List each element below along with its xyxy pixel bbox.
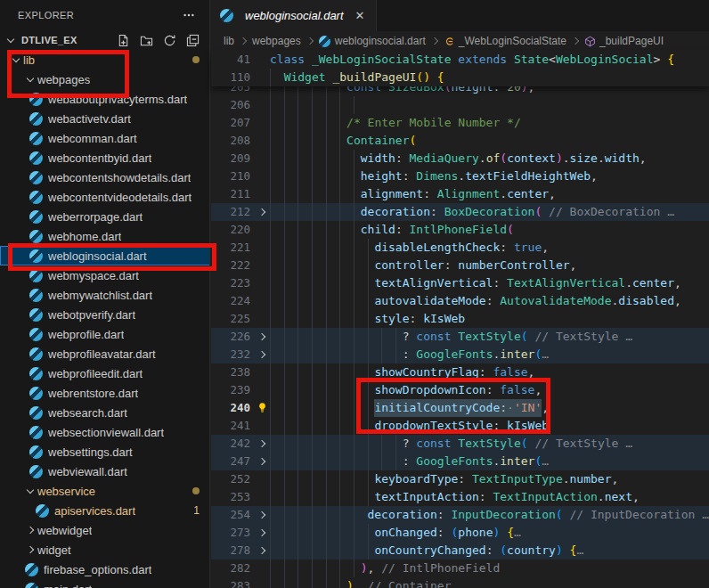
code-line-205[interactable]: 205const SizedBox(height: 20), bbox=[211, 86, 709, 96]
sticky-line-41[interactable]: 41class _WebLoginSocialState extends Sta… bbox=[211, 51, 709, 69]
line-number[interactable]: 239 bbox=[211, 381, 256, 399]
code-line-220[interactable]: 220child: IntlPhoneField( bbox=[211, 221, 709, 239]
explorer-item-webmyspace-dart[interactable]: webmyspace.dart bbox=[0, 265, 210, 285]
code-line-282[interactable]: 282), // IntlPhoneField bbox=[211, 559, 709, 577]
line-number[interactable]: 208 bbox=[211, 132, 256, 150]
fold-chevron-icon[interactable] bbox=[256, 542, 270, 559]
explorer-item-webprofileavatar-dart[interactable]: webprofileavatar.dart bbox=[0, 344, 210, 363]
project-section-header[interactable]: DTLIVE_EX bbox=[0, 30, 209, 50]
line-number[interactable]: 247 bbox=[211, 453, 256, 470]
explorer-item-webcontentshowdetails-dart[interactable]: webcontentshowdetails.dart bbox=[0, 167, 210, 187]
code-line-253[interactable]: 253textInputAction: TextInputAction.next… bbox=[211, 488, 709, 506]
code-line-206[interactable]: 206 bbox=[211, 96, 709, 114]
line-number[interactable]: 273 bbox=[211, 524, 256, 542]
refresh-icon[interactable] bbox=[159, 30, 179, 50]
line-number[interactable]: 209 bbox=[211, 150, 256, 167]
new-folder-icon[interactable] bbox=[136, 30, 156, 50]
explorer-item-webaboutprivacyterms-dart[interactable]: webaboutprivacyterms.dart bbox=[0, 89, 210, 109]
more-actions-icon[interactable] bbox=[179, 5, 199, 25]
line-number[interactable]: 211 bbox=[211, 185, 256, 203]
code-line-212[interactable]: 212decoration: BoxDecoration( // BoxDeco… bbox=[211, 203, 709, 221]
explorer-item-webprofileedit-dart[interactable]: webprofileedit.dart bbox=[0, 363, 210, 383]
line-number[interactable]: 278 bbox=[211, 542, 256, 559]
line-number[interactable]: 210 bbox=[211, 167, 256, 185]
code-line-254[interactable]: 254decoration: InputDecoration( // Input… bbox=[211, 506, 709, 524]
code-line-222[interactable]: 222controller: numberController, bbox=[211, 257, 709, 274]
explorer-item-lib[interactable]: lib bbox=[0, 50, 210, 69]
fold-chevron-icon[interactable] bbox=[256, 328, 270, 346]
breadcrumb-item--WebLoginSocialState[interactable]: _WebLoginSocialState bbox=[444, 35, 566, 47]
code-line-225[interactable]: 225style: kIsWeb bbox=[211, 310, 709, 328]
line-number[interactable]: 223 bbox=[211, 274, 256, 292]
line-number[interactable]: 224 bbox=[211, 292, 256, 310]
code-line-211[interactable]: 211alignment: Alignment.center, bbox=[211, 185, 709, 203]
lightbulb-icon[interactable] bbox=[257, 402, 268, 413]
code-line-241[interactable]: 241dropdownTextStyle: kIsWeb bbox=[211, 417, 709, 435]
breadcrumb-item-lib[interactable]: lib bbox=[224, 35, 234, 47]
line-number[interactable]: 212 bbox=[211, 203, 256, 221]
fold-chevron-icon[interactable] bbox=[256, 346, 270, 363]
chevron-right-icon[interactable] bbox=[23, 543, 37, 557]
code-line-239[interactable]: 239showDropdownIcon: false, bbox=[211, 381, 709, 399]
chevron-right-icon[interactable] bbox=[23, 523, 37, 537]
breadcrumb-item-webloginsocial-dart[interactable]: webloginsocial.dart bbox=[319, 35, 426, 47]
code-line-232[interactable]: 232: GoogleFonts.inter(… bbox=[211, 346, 709, 363]
code-line-242[interactable]: 242? const TextStyle( // TextStyle … bbox=[211, 435, 709, 453]
line-number[interactable]: 110 bbox=[211, 69, 256, 86]
chevron-down-icon[interactable] bbox=[23, 72, 37, 86]
explorer-item-webcomman-dart[interactable]: webcomman.dart bbox=[0, 128, 210, 148]
explorer-item-webloginsocial-dart[interactable]: webloginsocial.dart bbox=[0, 246, 210, 265]
explorer-item-apiservices-dart[interactable]: apiservices.dart1 bbox=[0, 501, 210, 520]
line-number[interactable]: 221 bbox=[211, 239, 256, 257]
code-line-226[interactable]: 226? const TextStyle( // TextStyle … bbox=[211, 328, 709, 346]
line-number[interactable]: 225 bbox=[211, 310, 256, 328]
code-line-207[interactable]: 207/* Enter Mobile Number */ bbox=[211, 114, 709, 132]
fold-chevron-icon[interactable] bbox=[256, 506, 270, 524]
code-line-208[interactable]: 208Container( bbox=[211, 132, 709, 150]
explorer-item-webcontentbyid-dart[interactable]: webcontentbyid.dart bbox=[0, 148, 210, 167]
code-line-238[interactable]: 238showCountryFlag: false, bbox=[211, 363, 709, 381]
new-file-icon[interactable] bbox=[113, 30, 133, 50]
explorer-item-websettings-dart[interactable]: websettings.dart bbox=[0, 442, 210, 461]
line-number[interactable]: 205 bbox=[211, 86, 256, 96]
fold-chevron-icon[interactable] bbox=[256, 203, 270, 221]
code-area[interactable]: 205const SizedBox(height: 20),206207/* E… bbox=[211, 86, 709, 588]
line-number[interactable]: 242 bbox=[211, 435, 256, 453]
code-line-278[interactable]: 278onCountryChanged: (country) {… bbox=[211, 542, 709, 559]
code-line-209[interactable]: 209width: MediaQuery.of(context).size.wi… bbox=[211, 150, 709, 167]
explorer-item-weberrorpage-dart[interactable]: weberrorpage.dart bbox=[0, 207, 210, 226]
line-number[interactable]: 254 bbox=[211, 506, 256, 524]
fold-chevron-icon[interactable] bbox=[256, 453, 270, 470]
explorer-item-widget[interactable]: widget bbox=[0, 540, 210, 559]
line-number[interactable]: 206 bbox=[211, 96, 256, 114]
explorer-item-main-dart[interactable]: main.dart bbox=[0, 579, 210, 588]
explorer-item-webmywatchlist-dart[interactable]: webmywatchlist.dart bbox=[0, 285, 210, 305]
line-number[interactable]: 41 bbox=[211, 51, 256, 69]
code-line-240[interactable]: 240initialCountryCode:·'IN', bbox=[211, 399, 709, 417]
line-number[interactable]: 252 bbox=[211, 470, 256, 488]
line-number[interactable]: 240 bbox=[211, 399, 256, 417]
code-line-224[interactable]: 224autovalidateMode: AutovalidateMode.di… bbox=[211, 292, 709, 310]
explorer-item-webviewall-dart[interactable]: webviewall.dart bbox=[0, 461, 210, 481]
collapse-all-icon[interactable] bbox=[183, 30, 202, 50]
explorer-item-webrentstore-dart[interactable]: webrentstore.dart bbox=[0, 383, 210, 403]
fold-chevron-icon[interactable] bbox=[256, 435, 270, 453]
line-number[interactable]: 253 bbox=[211, 488, 256, 506]
breadcrumb-item--buildPageUI[interactable]: _buildPageUI bbox=[584, 35, 664, 47]
line-number[interactable]: 283 bbox=[211, 577, 256, 588]
explorer-item-websearch-dart[interactable]: websearch.dart bbox=[0, 403, 210, 422]
line-number[interactable]: 226 bbox=[211, 328, 256, 346]
explorer-item-webprofile-dart[interactable]: webprofile.dart bbox=[0, 324, 210, 344]
sticky-line-110[interactable]: 110Widget _buildPageUI() { bbox=[211, 69, 709, 86]
fold-chevron-icon[interactable] bbox=[256, 524, 270, 542]
explorer-item-webservice[interactable]: webservice bbox=[0, 481, 210, 501]
line-number[interactable]: 238 bbox=[211, 363, 256, 381]
chevron-down-icon[interactable] bbox=[23, 484, 37, 498]
line-number[interactable]: 241 bbox=[211, 417, 256, 435]
breadcrumb-item-webpages[interactable]: webpages bbox=[252, 35, 301, 47]
tab-webloginsocial[interactable]: webloginsocial.dart ✕ bbox=[211, 0, 377, 31]
line-number[interactable]: 207 bbox=[211, 114, 256, 132]
code-line-221[interactable]: 221disableLengthCheck: true, bbox=[211, 239, 709, 257]
explorer-item-websectionviewall-dart[interactable]: websectionviewall.dart bbox=[0, 422, 210, 442]
line-number[interactable]: 232 bbox=[211, 346, 256, 363]
